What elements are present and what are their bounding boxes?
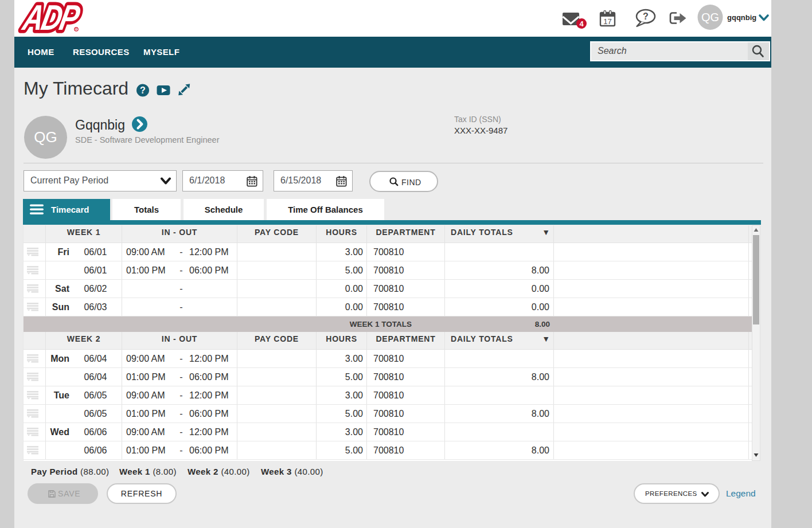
- svg-text:?: ?: [140, 85, 146, 95]
- svg-text:ADP: ADP: [19, 0, 84, 37]
- svg-text:gqqnbig: gqqnbig: [727, 13, 756, 22]
- svg-text:4: 4: [579, 19, 584, 28]
- svg-text:QG: QG: [701, 11, 719, 24]
- svg-text:?: ?: [643, 11, 649, 21]
- svg-text:17: 17: [603, 17, 611, 26]
